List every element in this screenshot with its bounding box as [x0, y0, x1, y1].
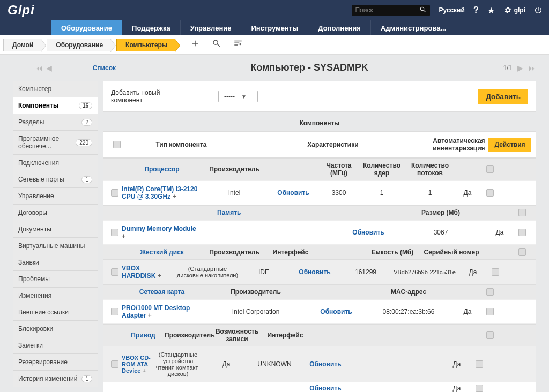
- update-link[interactable]: Обновить: [309, 385, 341, 392]
- nav-tab-tools[interactable]: Инструменты: [241, 20, 308, 35]
- sidebar-item-label: Разделы: [18, 118, 44, 126]
- section-name-memory[interactable]: Память: [202, 209, 256, 216]
- section-header-memory: Память Размер (Мб): [103, 205, 536, 220]
- section-name-processor[interactable]: Процессор: [122, 165, 202, 173]
- section-name-hdd[interactable]: Жесткий диск: [122, 248, 202, 256]
- search-box[interactable]: [352, 5, 430, 16]
- col-capacity: Емкость (Мб): [368, 248, 417, 256]
- row-action-checkbox[interactable]: [486, 189, 494, 197]
- row-action-checkbox[interactable]: [492, 268, 499, 276]
- cell-auto: Да: [454, 308, 481, 315]
- help-icon[interactable]: ?: [473, 5, 479, 15]
- sidebar-item[interactable]: История изменений1: [13, 371, 98, 387]
- th-type: Тип компонента: [126, 141, 236, 148]
- update-link[interactable]: Обновить: [320, 308, 352, 315]
- update-link[interactable]: Обновить: [299, 268, 330, 276]
- sidebar-item[interactable]: Компоненты16: [13, 97, 98, 114]
- search-icon[interactable]: [419, 6, 427, 15]
- col-size: Размер (Мб): [395, 209, 486, 216]
- pager-next[interactable]: ▶: [517, 64, 523, 72]
- nav-tab-plugins[interactable]: Дополнения: [308, 20, 370, 35]
- nav-tab-management[interactable]: Управление: [180, 20, 241, 35]
- page-title: Компьютер - SYSADMPK: [116, 62, 503, 73]
- sidebar-item[interactable]: Внешние ссылки: [13, 304, 98, 321]
- update-link[interactable]: Обновить: [277, 189, 309, 197]
- logo[interactable]: Glpi: [0, 0, 42, 20]
- sidebar-item[interactable]: Договоры: [13, 205, 98, 221]
- component-link[interactable]: VBOX HARDDISK +: [122, 265, 175, 280]
- sidebar-item[interactable]: Проблемы: [13, 271, 98, 288]
- sidebar-item[interactable]: Виртуальные машины: [13, 238, 98, 254]
- list-link[interactable]: Список: [93, 64, 116, 72]
- crumb-computers[interactable]: Компьютеры: [116, 39, 175, 51]
- sidebar-item[interactable]: Сетевые порты1: [13, 171, 98, 188]
- row-checkbox[interactable]: [111, 360, 118, 368]
- nav-tab-support[interactable]: Поддержка: [122, 20, 180, 35]
- plus-icon[interactable]: +: [143, 367, 146, 374]
- sidebar-item[interactable]: Программное обеспече...220: [13, 131, 98, 155]
- plus-icon[interactable]: +: [122, 232, 125, 240]
- component-link[interactable]: PRO/1000 MT Desktop Adapter +: [122, 304, 202, 319]
- nav-tab-equipment[interactable]: Оборудование: [51, 20, 122, 35]
- row-action-checkbox[interactable]: [486, 308, 494, 315]
- sidebar-item[interactable]: Блокировки: [13, 321, 98, 337]
- sidebar-item[interactable]: Подключения: [13, 155, 98, 171]
- sidebar-item[interactable]: Компьютер: [13, 81, 98, 97]
- component-link[interactable]: Dummy Memory Module +: [122, 225, 202, 240]
- add-button[interactable]: Добавить: [478, 89, 528, 104]
- component-type-select[interactable]: ----- ▼: [218, 91, 258, 102]
- add-icon[interactable]: [190, 39, 200, 51]
- sidebar-item[interactable]: Изменения: [13, 288, 98, 304]
- pager-first-left[interactable]: ⏮: [35, 64, 43, 72]
- plus-icon[interactable]: +: [158, 272, 161, 280]
- search-input[interactable]: [355, 6, 419, 14]
- component-link[interactable]: VBOX CD-ROM ATA Device +: [122, 355, 154, 374]
- list-settings-icon[interactable]: [233, 39, 243, 51]
- sidebar-item-label: Компьютер: [18, 85, 51, 93]
- cell-auto: Да: [486, 229, 513, 236]
- checkbox-all[interactable]: [113, 141, 121, 148]
- star-icon[interactable]: ★: [487, 5, 495, 16]
- section-checkbox[interactable]: [486, 331, 494, 339]
- cell-auto: Да: [443, 360, 470, 368]
- top-bar: Glpi Русский ? ★ glpi: [0, 0, 549, 20]
- row-action-checkbox[interactable]: [476, 385, 483, 392]
- sidebar-item[interactable]: Документы: [13, 221, 98, 238]
- table-row: VBOX HARDDISK + (Стандартные дисковые на…: [103, 260, 536, 284]
- section-checkbox[interactable]: [518, 209, 526, 216]
- section-name-drive[interactable]: Привод: [122, 331, 165, 339]
- nav-tab-admin[interactable]: Администрирова...: [370, 20, 456, 35]
- row-checkbox[interactable]: [111, 268, 118, 276]
- sidebar-item[interactable]: Управление: [13, 188, 98, 205]
- row-checkbox[interactable]: [111, 308, 118, 315]
- section-checkbox[interactable]: [518, 248, 526, 256]
- table-row: Dummy Memory Module + Обновить 3067 Да: [103, 220, 536, 245]
- component-link[interactable]: Intel(R) Core(TM) i3-2120 CPU @ 3.30GHz …: [122, 185, 202, 200]
- settings-user[interactable]: glpi: [503, 6, 525, 14]
- row-checkbox[interactable]: [111, 189, 118, 197]
- search-tool-icon[interactable]: [212, 39, 221, 51]
- pager-last[interactable]: ⏭: [529, 64, 536, 72]
- sidebar-item[interactable]: Резервирование: [13, 354, 98, 371]
- pager-prev-left[interactable]: ◀: [46, 64, 52, 72]
- section-checkbox[interactable]: [486, 288, 494, 296]
- crumb-equipment[interactable]: Оборудование: [47, 39, 111, 51]
- language-link[interactable]: Русский: [439, 6, 465, 14]
- power-icon[interactable]: [534, 6, 543, 14]
- update-link[interactable]: Обновить: [309, 360, 341, 368]
- sidebar-item[interactable]: Заявки: [13, 254, 98, 271]
- sidebar-item[interactable]: Заметки: [13, 337, 98, 354]
- row-checkbox[interactable]: [111, 229, 118, 236]
- cell-capacity: 161299: [342, 268, 390, 276]
- main-nav: Оборудование Поддержка Управление Инстру…: [0, 20, 549, 35]
- row-action-checkbox[interactable]: [476, 360, 483, 368]
- section-checkbox[interactable]: [486, 165, 494, 173]
- row-action-checkbox[interactable]: [518, 229, 526, 236]
- sidebar-item[interactable]: Разделы2: [13, 114, 98, 131]
- sidebar: КомпьютерКомпоненты16Разделы2Программное…: [13, 81, 98, 392]
- update-link[interactable]: Обновить: [352, 229, 384, 236]
- plus-icon[interactable]: +: [148, 312, 152, 319]
- crumb-home[interactable]: Домой: [3, 39, 41, 51]
- plus-icon[interactable]: +: [172, 193, 176, 200]
- section-name-network[interactable]: Сетевая карта: [122, 288, 202, 296]
